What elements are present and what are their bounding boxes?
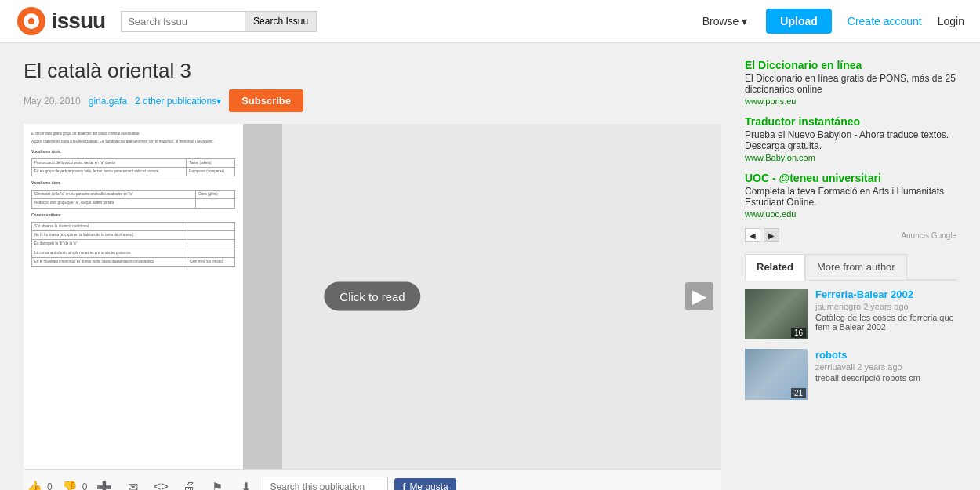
doc-section3-title: Consonantisme — [31, 212, 235, 217]
ad-item-2: Traductor instantáneo Prueba el Nuevo Ba… — [745, 115, 956, 162]
robots-title-link[interactable]: robots — [815, 349, 847, 361]
header-search-bar: Search Issuu — [121, 11, 317, 32]
print-icon[interactable]: 🖨 — [178, 476, 200, 490]
publication-date: May 20, 2010 — [24, 96, 81, 107]
other-publications-arrow-icon: ▾ — [216, 96, 221, 107]
click-to-read-overlay[interactable]: Click to read — [324, 282, 420, 311]
ad-3-url: www.uoc.edu — [745, 209, 956, 219]
header-search-input[interactable] — [121, 11, 245, 32]
issuu-logo-icon — [16, 5, 47, 37]
doc-table-section3: S'hi observa la distinció tradicional No… — [31, 222, 235, 267]
browse-chevron-icon: ▾ — [742, 15, 747, 27]
ferreria-page-count: 16 — [791, 328, 806, 338]
robots-author: zerriuavall 2 years ago — [815, 362, 956, 372]
dislike-count-group: 👎 0 — [59, 476, 88, 490]
tab-related[interactable]: Related — [745, 254, 805, 281]
add-icon[interactable]: ➕ — [93, 476, 115, 490]
publication-search-input[interactable] — [263, 477, 388, 490]
publication-title: El català oriental 3 — [24, 59, 721, 83]
thumbs-up-icon[interactable]: 👍 — [24, 476, 45, 490]
related-tabs: Related More from author — [745, 254, 956, 281]
other-publications-text: 2 other publications — [135, 96, 216, 107]
ad-2-url: www.Babylon.com — [745, 153, 956, 162]
document-page: El tèrcer dels grans grups de dialectes … — [24, 124, 243, 469]
related-thumb-0[interactable]: 16 — [745, 289, 808, 339]
related-thumb-1[interactable]: 21 — [745, 349, 808, 400]
login-link[interactable]: Login — [938, 15, 964, 27]
related-item-1: 21 robots zerriuavall 2 years ago trebal… — [745, 349, 956, 400]
facebook-f-icon: f — [402, 481, 405, 490]
like-count-group: 👍 0 — [24, 476, 53, 490]
ad-2-title[interactable]: Traductor instantáneo — [745, 115, 860, 128]
like-count: 0 — [47, 481, 53, 490]
dislike-count: 0 — [82, 481, 88, 490]
robots-page-count: 21 — [791, 388, 806, 398]
header-search-button[interactable]: Search Issuu — [245, 11, 317, 32]
browse-label: Browse — [702, 15, 739, 27]
subscribe-button[interactable]: Subscribe — [229, 89, 303, 112]
ad-item-3: UOC - @teneu universitari Completa la te… — [745, 172, 956, 219]
ad-3-desc: Completa la teva Formació en Arts i Huma… — [745, 186, 956, 208]
publication-meta: May 20, 2010 gina.gafa 2 other publicati… — [24, 89, 721, 112]
related-list: 16 Ferreria-Balear 2002 jaumenegro 2 yea… — [745, 289, 956, 400]
doc-section1-title: Vocalisme tònic — [31, 149, 235, 154]
right-sidebar: El Diccionario en línea El Diccionario e… — [737, 43, 956, 490]
ad-1-desc: El Diccionario en línea gratis de PONS, … — [745, 73, 956, 95]
ferreria-author: jaumenegro 2 years ago — [815, 302, 956, 311]
facebook-like-label: Me gusta — [409, 481, 448, 490]
document-page-content: El tèrcer dels grans grups de dialectes … — [31, 132, 235, 461]
author-link[interactable]: gina.gafa — [89, 96, 127, 107]
related-info-0: Ferreria-Balear 2002 jaumenegro 2 years … — [815, 289, 956, 339]
mail-icon[interactable]: ✉ — [122, 476, 143, 490]
doc-intro: El tèrcer dels grans grups de dialectes … — [31, 132, 235, 137]
logo-link[interactable]: issuu — [16, 5, 105, 37]
ad-item-1: El Diccionario en línea El Diccionario e… — [745, 59, 956, 106]
create-account-link[interactable]: Create account — [840, 15, 930, 27]
doc-intro2: Aquest dialecte es parla a les Illes Bal… — [31, 140, 235, 145]
document-viewer: El tèrcer dels grans grups de dialectes … — [24, 124, 721, 469]
download-icon[interactable]: ⬇ — [234, 476, 256, 490]
header: issuu Search Issuu Browse ▾ Upload Creat… — [0, 0, 980, 43]
related-info-1: robots zerriuavall 2 years ago treball d… — [815, 349, 956, 400]
ferreria-title-link[interactable]: Ferreria-Balear 2002 — [815, 289, 913, 300]
document-page-gray — [243, 124, 282, 469]
doc-section2-title: Vocalisme àton — [31, 180, 235, 185]
upload-button[interactable]: Upload — [766, 9, 831, 34]
ads-prev-arrow[interactable]: ◀ — [745, 228, 760, 242]
flag-icon[interactable]: ⚑ — [206, 476, 228, 490]
doc-table-section2: Eliminació de la "a" en les paraules and… — [31, 190, 235, 209]
ad-1-title[interactable]: El Diccionario en línea — [745, 59, 862, 71]
embed-icon[interactable]: <> — [150, 476, 172, 490]
tab-more-from-author[interactable]: More from author — [805, 254, 907, 281]
ad-1-url: www.pons.eu — [745, 96, 956, 106]
ad-3-title[interactable]: UOC - @teneu universitari — [745, 172, 881, 184]
svg-point-2 — [28, 18, 34, 24]
thumbs-down-icon[interactable]: 👎 — [59, 476, 81, 490]
ads-navigation: ◀ ▶ Anuncis Google — [745, 228, 956, 242]
main-content: El català oriental 3 May 20, 2010 gina.g… — [0, 43, 980, 490]
ferreria-desc: Catàleg de les coses de ferreria que fem… — [815, 313, 956, 332]
left-content: El català oriental 3 May 20, 2010 gina.g… — [24, 43, 737, 490]
anuncis-google-label: Anuncis Google — [782, 231, 956, 240]
doc-table-section1: Pronunciació de la vocal sesta, uesta, e… — [31, 158, 235, 177]
next-page-arrow[interactable]: ▶ — [685, 282, 713, 310]
related-item-0: 16 Ferreria-Balear 2002 jaumenegro 2 yea… — [745, 289, 956, 339]
logo-text: issuu — [52, 9, 105, 34]
browse-button[interactable]: Browse ▾ — [691, 9, 759, 34]
bottom-toolbar: 👍 0 👎 0 ➕ ✉ <> 🖨 ⚑ ⬇ f Me gusta — [24, 469, 721, 490]
facebook-like-button[interactable]: f Me gusta — [394, 478, 456, 490]
other-publications-link[interactable]: 2 other publications ▾ — [135, 96, 221, 107]
ads-next-arrow[interactable]: ▶ — [764, 228, 779, 242]
robots-desc: treball descripció robots cm — [815, 373, 956, 383]
ad-2-desc: Prueba el Nuevo Babylon - Ahora traduce … — [745, 129, 956, 151]
ads-section: El Diccionario en línea El Diccionario e… — [745, 59, 956, 242]
